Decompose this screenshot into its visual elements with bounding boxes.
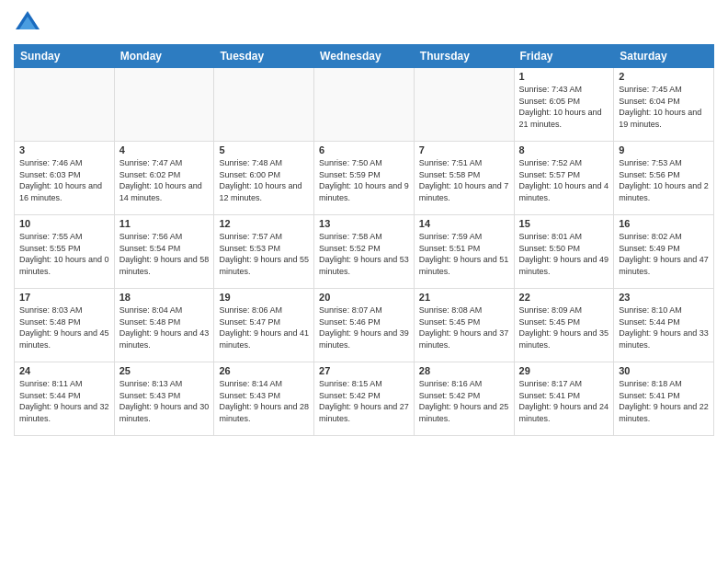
calendar-cell: 12Sunrise: 7:57 AMSunset: 5:53 PMDayligh… <box>214 215 314 289</box>
day-info: Sunrise: 8:07 AMSunset: 5:46 PMDaylight:… <box>319 304 409 350</box>
day-info: Sunrise: 8:03 AMSunset: 5:48 PMDaylight:… <box>19 304 109 350</box>
day-number: 30 <box>619 365 709 376</box>
calendar-cell <box>414 68 514 142</box>
day-number: 18 <box>119 292 210 303</box>
calendar-cell: 10Sunrise: 7:55 AMSunset: 5:55 PMDayligh… <box>15 215 115 289</box>
day-number: 1 <box>519 71 609 82</box>
day-info: Sunrise: 8:01 AMSunset: 5:50 PMDaylight:… <box>519 231 609 277</box>
day-info: Sunrise: 8:17 AMSunset: 5:41 PMDaylight:… <box>519 378 609 424</box>
day-number: 13 <box>319 218 409 229</box>
day-info: Sunrise: 8:09 AMSunset: 5:45 PMDaylight:… <box>519 304 609 350</box>
calendar-cell: 26Sunrise: 8:14 AMSunset: 5:43 PMDayligh… <box>214 362 314 436</box>
day-number: 9 <box>619 144 709 155</box>
day-number: 10 <box>19 218 109 229</box>
calendar-cell <box>214 68 314 142</box>
week-row-1: 1Sunrise: 7:43 AMSunset: 6:05 PMDaylight… <box>15 68 714 142</box>
calendar-cell: 16Sunrise: 8:02 AMSunset: 5:49 PMDayligh… <box>614 215 714 289</box>
day-info: Sunrise: 7:59 AMSunset: 5:51 PMDaylight:… <box>419 231 509 277</box>
calendar-cell: 30Sunrise: 8:18 AMSunset: 5:41 PMDayligh… <box>614 362 714 436</box>
day-number: 12 <box>219 218 309 229</box>
day-number: 11 <box>119 218 210 229</box>
day-info: Sunrise: 8:14 AMSunset: 5:43 PMDaylight:… <box>219 378 309 424</box>
calendar-cell: 8Sunrise: 7:52 AMSunset: 5:57 PMDaylight… <box>514 142 614 215</box>
calendar-header-monday: Monday <box>114 45 214 68</box>
day-number: 3 <box>19 144 109 155</box>
day-number: 19 <box>219 292 309 303</box>
day-number: 16 <box>619 218 709 229</box>
calendar-cell: 25Sunrise: 8:13 AMSunset: 5:43 PMDayligh… <box>114 362 214 436</box>
day-number: 7 <box>419 144 509 155</box>
week-row-4: 17Sunrise: 8:03 AMSunset: 5:48 PMDayligh… <box>15 289 714 362</box>
day-number: 25 <box>119 365 210 376</box>
day-number: 24 <box>19 365 109 376</box>
day-number: 23 <box>619 292 709 303</box>
calendar-cell: 4Sunrise: 7:47 AMSunset: 6:02 PMDaylight… <box>114 142 214 215</box>
calendar-cell: 1Sunrise: 7:43 AMSunset: 6:05 PMDaylight… <box>514 68 614 142</box>
day-number: 28 <box>419 365 509 376</box>
day-number: 15 <box>519 218 609 229</box>
day-number: 26 <box>219 365 309 376</box>
calendar-cell <box>15 68 115 142</box>
calendar: SundayMondayTuesdayWednesdayThursdayFrid… <box>14 44 714 436</box>
day-number: 4 <box>119 144 210 155</box>
day-info: Sunrise: 8:08 AMSunset: 5:45 PMDaylight:… <box>419 304 509 350</box>
day-number: 21 <box>419 292 509 303</box>
calendar-header-thursday: Thursday <box>414 45 514 68</box>
day-number: 8 <box>519 144 609 155</box>
calendar-cell: 19Sunrise: 8:06 AMSunset: 5:47 PMDayligh… <box>214 289 314 362</box>
day-info: Sunrise: 8:13 AMSunset: 5:43 PMDaylight:… <box>119 378 210 424</box>
calendar-cell: 6Sunrise: 7:50 AMSunset: 5:59 PMDaylight… <box>314 142 415 215</box>
page: SundayMondayTuesdayWednesdayThursdayFrid… <box>0 0 728 563</box>
day-info: Sunrise: 7:50 AMSunset: 5:59 PMDaylight:… <box>319 157 409 203</box>
calendar-header-friday: Friday <box>514 45 614 68</box>
day-info: Sunrise: 7:57 AMSunset: 5:53 PMDaylight:… <box>219 231 309 277</box>
calendar-cell: 7Sunrise: 7:51 AMSunset: 5:58 PMDaylight… <box>414 142 514 215</box>
calendar-header-wednesday: Wednesday <box>314 45 415 68</box>
logo <box>14 9 45 37</box>
calendar-cell <box>114 68 214 142</box>
calendar-header-sunday: Sunday <box>15 45 115 68</box>
day-info: Sunrise: 7:56 AMSunset: 5:54 PMDaylight:… <box>119 231 210 277</box>
calendar-cell: 5Sunrise: 7:48 AMSunset: 6:00 PMDaylight… <box>214 142 314 215</box>
week-row-2: 3Sunrise: 7:46 AMSunset: 6:03 PMDaylight… <box>15 142 714 215</box>
day-info: Sunrise: 7:51 AMSunset: 5:58 PMDaylight:… <box>419 157 509 203</box>
calendar-cell: 2Sunrise: 7:45 AMSunset: 6:04 PMDaylight… <box>614 68 714 142</box>
day-info: Sunrise: 7:58 AMSunset: 5:52 PMDaylight:… <box>319 231 409 277</box>
calendar-cell: 15Sunrise: 8:01 AMSunset: 5:50 PMDayligh… <box>514 215 614 289</box>
day-number: 5 <box>219 144 309 155</box>
day-info: Sunrise: 8:15 AMSunset: 5:42 PMDaylight:… <box>319 378 409 424</box>
day-info: Sunrise: 8:04 AMSunset: 5:48 PMDaylight:… <box>119 304 210 350</box>
calendar-cell: 21Sunrise: 8:08 AMSunset: 5:45 PMDayligh… <box>414 289 514 362</box>
day-info: Sunrise: 7:46 AMSunset: 6:03 PMDaylight:… <box>19 157 109 203</box>
day-number: 22 <box>519 292 609 303</box>
day-info: Sunrise: 8:16 AMSunset: 5:42 PMDaylight:… <box>419 378 509 424</box>
calendar-header-row: SundayMondayTuesdayWednesdayThursdayFrid… <box>15 45 714 68</box>
day-info: Sunrise: 7:45 AMSunset: 6:04 PMDaylight:… <box>619 84 709 130</box>
calendar-cell: 22Sunrise: 8:09 AMSunset: 5:45 PMDayligh… <box>514 289 614 362</box>
calendar-cell: 9Sunrise: 7:53 AMSunset: 5:56 PMDaylight… <box>614 142 714 215</box>
day-info: Sunrise: 8:10 AMSunset: 5:44 PMDaylight:… <box>619 304 709 350</box>
day-number: 27 <box>319 365 409 376</box>
logo-icon <box>14 9 41 37</box>
day-info: Sunrise: 8:18 AMSunset: 5:41 PMDaylight:… <box>619 378 709 424</box>
day-info: Sunrise: 8:02 AMSunset: 5:49 PMDaylight:… <box>619 231 709 277</box>
calendar-header-tuesday: Tuesday <box>214 45 314 68</box>
day-number: 6 <box>319 144 409 155</box>
calendar-cell: 3Sunrise: 7:46 AMSunset: 6:03 PMDaylight… <box>15 142 115 215</box>
day-info: Sunrise: 8:06 AMSunset: 5:47 PMDaylight:… <box>219 304 309 350</box>
day-number: 20 <box>319 292 409 303</box>
day-number: 17 <box>19 292 109 303</box>
calendar-cell: 18Sunrise: 8:04 AMSunset: 5:48 PMDayligh… <box>114 289 214 362</box>
day-number: 2 <box>619 71 709 82</box>
calendar-cell: 20Sunrise: 8:07 AMSunset: 5:46 PMDayligh… <box>314 289 415 362</box>
calendar-cell: 28Sunrise: 8:16 AMSunset: 5:42 PMDayligh… <box>414 362 514 436</box>
calendar-cell: 29Sunrise: 8:17 AMSunset: 5:41 PMDayligh… <box>514 362 614 436</box>
calendar-cell: 23Sunrise: 8:10 AMSunset: 5:44 PMDayligh… <box>614 289 714 362</box>
calendar-cell: 13Sunrise: 7:58 AMSunset: 5:52 PMDayligh… <box>314 215 415 289</box>
calendar-cell: 27Sunrise: 8:15 AMSunset: 5:42 PMDayligh… <box>314 362 415 436</box>
day-info: Sunrise: 7:52 AMSunset: 5:57 PMDaylight:… <box>519 157 609 203</box>
calendar-cell: 24Sunrise: 8:11 AMSunset: 5:44 PMDayligh… <box>15 362 115 436</box>
day-number: 29 <box>519 365 609 376</box>
day-number: 14 <box>419 218 509 229</box>
calendar-cell: 17Sunrise: 8:03 AMSunset: 5:48 PMDayligh… <box>15 289 115 362</box>
